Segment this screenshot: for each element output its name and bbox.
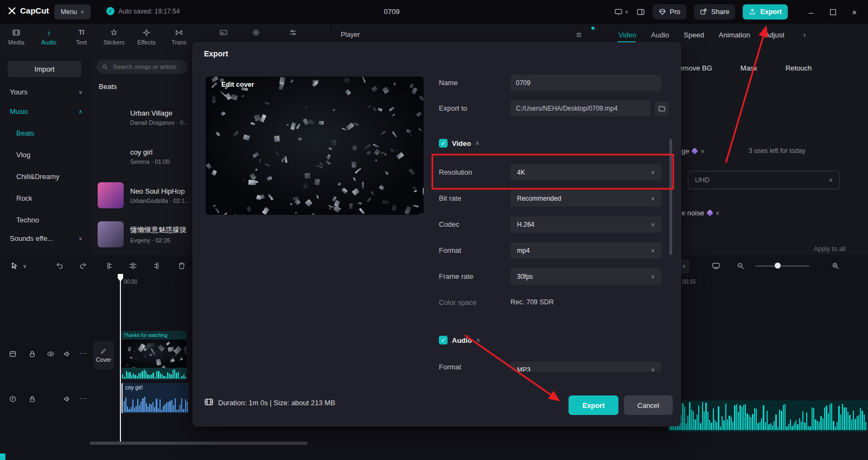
chevron-down-icon: ∨: [651, 170, 655, 175]
sidebar-item-chill[interactable]: Chill&Dreamy: [16, 173, 59, 181]
tab-transitions[interactable]: Trans: [163, 28, 195, 46]
bitrate-select[interactable]: Recommended ∨: [510, 190, 661, 207]
tab-adjust-props[interactable]: Adjust: [765, 31, 784, 39]
framerate-select[interactable]: 30fps ∨: [510, 269, 661, 285]
import-button[interactable]: Import: [8, 61, 81, 77]
codec-select[interactable]: H.264 ∨: [510, 216, 661, 233]
cover-button[interactable]: Cover: [93, 341, 114, 370]
chevron-down-icon: ∨: [651, 196, 655, 201]
mute-track-button[interactable]: [63, 395, 71, 403]
more-options-button[interactable]: ···: [79, 349, 86, 357]
tab-animation[interactable]: Animation: [719, 31, 750, 39]
music-list-item[interactable]: Neo Soul HipHop UrbanGodzilla · 02:1...: [92, 176, 193, 215]
playhead-line[interactable]: [120, 276, 121, 442]
more-options-button[interactable]: ···: [79, 394, 86, 402]
browse-folder-button[interactable]: [655, 101, 669, 116]
panel-toggle-button[interactable]: [636, 8, 645, 16]
lock-track-button[interactable]: [28, 395, 36, 403]
dialog-body: Edit cover Name Export to ✓ Video ∧ Reso…: [193, 43, 680, 372]
dialog-scrollbar[interactable]: [669, 139, 672, 255]
delete-left-button[interactable]: [104, 261, 113, 270]
sidebar-item-sound-effects[interactable]: Sounds effe... ∨: [10, 234, 82, 242]
export-button-dialog[interactable]: Export: [569, 395, 618, 415]
lock-track-button[interactable]: [28, 350, 36, 358]
track-thumbnail-toggle[interactable]: [9, 350, 17, 358]
music-list-item[interactable]: 慵懒惬意魅惑朦胧 Evgeny · 02:26: [92, 215, 193, 254]
audio-clip-right[interactable]: [668, 400, 868, 432]
noise-section-partial[interactable]: e noise ∨: [681, 209, 719, 217]
audio-format-value: MP3: [517, 366, 531, 372]
search-input[interactable]: [112, 63, 179, 71]
mute-track-button[interactable]: [63, 350, 71, 358]
sidebar-item-vlog[interactable]: Vlog: [16, 151, 30, 159]
music-list-item[interactable]: Urban Village Danail Draganov · 0...: [92, 98, 193, 137]
sidebar-item-techno[interactable]: Techno: [16, 216, 39, 224]
tab-text[interactable]: TI Text: [65, 28, 98, 46]
pro-button[interactable]: Pro: [653, 4, 686, 20]
zoom-in-button[interactable]: [831, 261, 840, 270]
audio-section-toggle[interactable]: ✓ Audio ∧: [439, 336, 480, 344]
hide-track-button[interactable]: [47, 350, 55, 358]
tab-stickers[interactable]: Stickers: [98, 28, 130, 46]
preview-axis-button[interactable]: [712, 261, 720, 270]
section-label-partial: e noise: [681, 209, 704, 217]
sidebar-item-beats[interactable]: Beats: [16, 129, 34, 137]
tab-effects[interactable]: Effects: [130, 28, 163, 46]
mask-button[interactable]: Mask: [741, 64, 757, 72]
delete-button[interactable]: [177, 261, 186, 270]
tab-media[interactable]: Media: [0, 28, 33, 46]
tab-adjust[interactable]: [277, 28, 309, 37]
name-input[interactable]: [510, 75, 661, 91]
retouch-button[interactable]: Retouch: [786, 64, 812, 72]
audio-format-select[interactable]: MP3 ∨: [510, 362, 661, 372]
chevron-down-icon[interactable]: ∨: [23, 264, 27, 269]
tab-speed[interactable]: Speed: [684, 31, 704, 39]
track-thumbnail: [98, 143, 124, 169]
share-button[interactable]: Share: [694, 4, 735, 20]
checkbox-checked[interactable]: ✓: [439, 336, 448, 344]
redo-button[interactable]: [79, 261, 87, 270]
sidebar-item-yours[interactable]: Yours ∨: [10, 88, 82, 96]
zoom-slider-knob[interactable]: [775, 263, 781, 269]
layout-toggle-button[interactable]: ∨: [614, 8, 628, 16]
apply-to-all-partial[interactable]: Apply to all: [814, 245, 846, 253]
chevron-right-icon[interactable]: ›: [803, 31, 806, 39]
zoom-out-button[interactable]: [736, 261, 745, 270]
image-section-partial[interactable]: ge ∨: [681, 147, 705, 155]
playhead-handle[interactable]: [118, 274, 123, 282]
horizontal-scrollbar[interactable]: [90, 442, 308, 445]
tab-filters[interactable]: [240, 28, 272, 37]
cancel-button[interactable]: Cancel: [624, 395, 673, 415]
export-path-input[interactable]: [510, 100, 650, 117]
maximize-button[interactable]: [826, 8, 840, 17]
checkbox-checked[interactable]: ✓: [439, 139, 448, 148]
format-select[interactable]: mp4 ∨: [510, 242, 661, 259]
resolution-select[interactable]: 4K ∨: [510, 164, 661, 181]
minimize-button[interactable]: –: [804, 8, 818, 17]
framerate-label: Frame rate: [439, 272, 474, 280]
audio-clip[interactable]: coy girl: [122, 383, 189, 413]
player-menu-icon[interactable]: ≡: [576, 30, 582, 40]
edit-cover-button[interactable]: Edit cover: [211, 81, 254, 88]
uhd-select[interactable]: UHD ∨: [688, 171, 840, 189]
tab-audio-props[interactable]: Audio: [651, 31, 669, 39]
delete-right-button[interactable]: [153, 261, 162, 270]
sidebar-item-music[interactable]: Music ∧: [10, 107, 82, 116]
transition-icon: [175, 28, 183, 37]
search-box[interactable]: [97, 60, 188, 74]
sidebar-item-rock[interactable]: Rock: [16, 194, 33, 202]
format-value: mp4: [517, 247, 529, 254]
split-button[interactable]: [129, 261, 137, 270]
export-button-titlebar[interactable]: Export: [743, 4, 788, 20]
music-list-item[interactable]: coy girl Serena · 01:00: [92, 137, 193, 176]
zoom-slider-track[interactable]: [755, 265, 809, 267]
video-section-toggle[interactable]: ✓ Video ∧: [439, 139, 480, 148]
video-clip[interactable]: Thanks for watching: [122, 331, 187, 380]
tab-video[interactable]: Video: [618, 31, 636, 39]
undo-button[interactable]: [55, 261, 64, 270]
close-button[interactable]: ×: [847, 8, 861, 17]
tab-audio[interactable]: ♪ Audio: [33, 28, 65, 46]
sidebar-item-label: Yours: [10, 88, 28, 96]
tab-captions[interactable]: [207, 28, 240, 37]
select-tool-button[interactable]: [10, 261, 18, 270]
